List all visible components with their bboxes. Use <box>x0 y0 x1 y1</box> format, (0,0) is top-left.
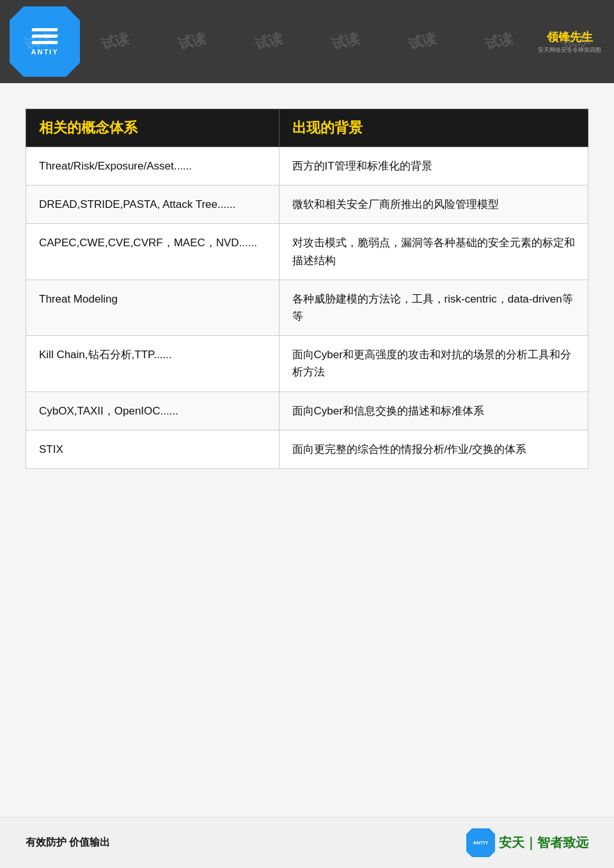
footer: 有效防护 价值输出 ANTIY 安天｜智者致远 <box>0 817 614 868</box>
brand-sub: 安天网络安全令牌第四图 <box>538 46 601 54</box>
header: ANTIY 试读 试读 试读 试读 试读 试读 试读 试读 领锋先生 安天网络安… <box>0 0 614 83</box>
table-cell-right: 面向Cyber和信息交换的描述和标准体系 <box>279 391 588 430</box>
footer-brand-sub-text: 智者致远 <box>537 835 588 849</box>
footer-slogan: 有效防护 价值输出 <box>26 836 110 849</box>
table-cell-left: Threat/Risk/Exposure/Asset...... <box>26 147 279 185</box>
footer-antiy-label: ANTIY <box>473 840 489 846</box>
table-cell-right: 西方的IT管理和标准化的背景 <box>279 147 588 185</box>
table-header-left: 相关的概念体系 <box>26 109 279 147</box>
table-row: Threat Modeling各种威胁建模的方法论，工具，risk-centri… <box>26 280 588 335</box>
table-cell-right: 面向更完整的综合性的情报分析/作业/交换的体系 <box>279 430 588 468</box>
table-row: CAPEC,CWE,CVE,CVRF，MAEC，NVD......对攻击模式，脆… <box>26 224 588 280</box>
table-row: STIX面向更完整的综合性的情报分析/作业/交换的体系 <box>26 430 588 468</box>
header-watermarks: 试读 试读 试读 试读 试读 试读 试读 试读 <box>0 0 614 83</box>
table-cell-right: 各种威胁建模的方法论，工具，risk-centric，data-driven等等 <box>279 280 588 335</box>
footer-brand-text: 安天｜智者致远 <box>499 834 588 851</box>
footer-brand-container: 安天｜智者致远 <box>499 834 588 851</box>
wm-5: 试读 <box>329 29 361 54</box>
wm-1: 试读 <box>22 29 54 54</box>
table-cell-left: STIX <box>26 430 279 468</box>
wm-4: 试读 <box>253 29 285 54</box>
table-cell-right: 对攻击模式，脆弱点，漏洞等各种基础的安全元素的标定和描述结构 <box>279 224 588 280</box>
table-cell-left: CAPEC,CWE,CVE,CVRF，MAEC，NVD...... <box>26 224 279 280</box>
brand-name: 领锋先生 <box>538 29 601 45</box>
wm-2: 试读 <box>99 29 131 54</box>
table-cell-left: Kill Chain,钻石分析,TTP...... <box>26 336 279 391</box>
table-row: Kill Chain,钻石分析,TTP......面向Cyber和更高强度的攻击… <box>26 336 588 391</box>
wm-7: 试读 <box>483 29 515 54</box>
footer-logo-text: 安天 <box>499 835 524 849</box>
table-cell-left: DREAD,STRIDE,PASTA, Attack Tree...... <box>26 185 279 224</box>
table-row: Threat/Risk/Exposure/Asset......西方的IT管理和… <box>26 147 588 185</box>
footer-logo: ANTIY 安天｜智者致远 <box>466 828 588 857</box>
table-cell-right: 面向Cyber和更高强度的攻击和对抗的场景的分析工具和分析方法 <box>279 336 588 391</box>
wm-6: 试读 <box>406 29 438 54</box>
table-cell-left: Threat Modeling <box>26 280 279 335</box>
footer-logo-icon: ANTIY <box>466 828 495 857</box>
main-content: 相关的概念体系 出现的背景 Threat/Risk/Exposure/Asset… <box>0 83 614 868</box>
concept-table: 相关的概念体系 出现的背景 Threat/Risk/Exposure/Asset… <box>26 109 588 469</box>
table-row: DREAD,STRIDE,PASTA, Attack Tree......微软和… <box>26 185 588 224</box>
header-right-logo: 领锋先生 安天网络安全令牌第四图 <box>538 29 601 54</box>
table-row: CybOX,TAXII，OpenIOC......面向Cyber和信息交换的描述… <box>26 391 588 430</box>
table-header-right: 出现的背景 <box>279 109 588 147</box>
wm-3: 试读 <box>176 29 208 54</box>
table-cell-left: CybOX,TAXII，OpenIOC...... <box>26 391 279 430</box>
table-cell-right: 微软和相关安全厂商所推出的风险管理模型 <box>279 185 588 224</box>
